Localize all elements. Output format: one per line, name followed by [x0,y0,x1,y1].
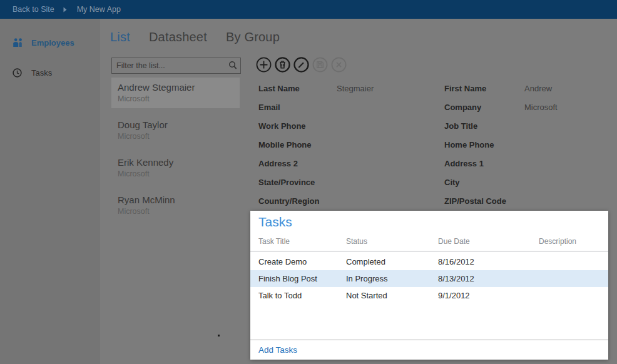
people-icon [13,38,24,48]
list-item[interactable]: Ryan McMinn Microsoft [111,190,240,221]
employee-company: Microsoft [118,206,240,217]
header-divider [250,251,608,251]
sidebar-item-label: Tasks [31,68,52,78]
task-title-cell: Finish Blog Post [258,274,346,283]
task-status-cell: Not Started [346,291,438,300]
column-header: Task Title [258,237,346,246]
edit-record-button[interactable] [293,57,309,73]
employee-name: Andrew Stegmaier [118,81,240,94]
tab-list[interactable]: List [110,30,130,44]
tab-datasheet[interactable]: Datasheet [149,30,207,44]
task-title-cell: Create Demo [258,257,346,266]
column-header: Description [539,237,608,246]
record-detail-form: Last Name Stegmaier First Name Andrew Em… [258,79,612,210]
employee-company: Microsoft [118,94,240,104]
field-value: Andrew [524,84,612,93]
field-value: Stegmaier [337,84,444,93]
field-value: Microsoft [524,103,612,112]
employee-company: Microsoft [118,131,240,142]
search-icon[interactable] [227,59,239,72]
column-header: Status [346,237,438,246]
add-tasks-link[interactable]: Add Tasks [258,345,608,355]
task-title-cell: Talk to Todd [258,291,346,300]
filter-input[interactable] [112,61,227,70]
field-label: ZIP/Postal Code [444,196,524,206]
list-item[interactable]: Doug Taylor Microsoft [111,115,240,146]
clock-icon [13,68,24,78]
nav-sidebar: Employees Tasks [0,19,100,364]
field-label: City [444,178,524,187]
footer-divider [250,340,608,340]
task-status-cell: In Progress [346,274,438,283]
table-row[interactable]: Talk to Todd Not Started 9/1/2012 [250,287,608,304]
employee-list: Andrew Stegmaier Microsoft Doug Taylor M… [111,78,240,228]
tab-by-group[interactable]: By Group [226,30,280,44]
sidebar-item-employees[interactable]: Employees [13,36,100,49]
employee-name: Erik Kennedy [118,156,240,169]
popup-title: Tasks [258,215,608,230]
task-due-cell: 9/1/2012 [438,291,539,300]
view-tabs: List Datasheet By Group [110,30,280,44]
task-status-cell: Completed [346,257,438,266]
breadcrumb-arrow-icon [63,7,67,13]
delete-record-button[interactable] [275,57,290,73]
field-label: Address 2 [258,159,337,168]
column-header: Due Date [438,237,539,246]
field-label: Address 1 [444,159,524,168]
sidebar-item-tasks[interactable]: Tasks [13,66,100,79]
field-label: Company [444,103,524,112]
table-row[interactable]: Finish Blog Post In Progress 8/13/2012 [250,270,608,287]
cancel-button[interactable] [331,57,347,73]
employee-name: Ryan McMinn [118,194,240,206]
list-item[interactable]: Erik Kennedy Microsoft [111,153,240,183]
field-label: Work Phone [258,121,337,131]
save-record-button[interactable] [312,57,328,73]
tasks-popup: Tasks Task Title Status Due Date Descrip… [250,211,608,360]
table-row[interactable]: Create Demo Completed 8/16/2012 [250,253,608,270]
filter-box [111,58,241,74]
top-suite-bar: Back to Site My New App [0,0,617,19]
tasks-table-header: Task Title Status Due Date Description [250,235,608,248]
field-label: Job Title [444,121,524,131]
field-label: Country/Region [258,196,337,206]
record-toolbar [256,57,347,73]
field-label: Home Phone [444,140,524,149]
back-to-site-link[interactable]: Back to Site [13,5,54,14]
field-label: Last Name [258,84,337,93]
field-label: State/Province [258,178,337,187]
field-label: Mobile Phone [258,140,337,149]
task-due-cell: 8/16/2012 [438,257,539,266]
sidebar-item-label: Employees [31,38,74,48]
employee-company: Microsoft [118,169,240,179]
add-record-button[interactable] [256,57,272,73]
field-label: Email [258,103,337,112]
employee-name: Doug Taylor [118,119,240,131]
stray-cursor-dot [218,335,220,336]
field-label: First Name [444,84,524,93]
task-due-cell: 8/13/2012 [438,274,539,283]
list-item[interactable]: Andrew Stegmaier Microsoft [111,78,240,108]
app-title-link[interactable]: My New App [77,5,121,14]
